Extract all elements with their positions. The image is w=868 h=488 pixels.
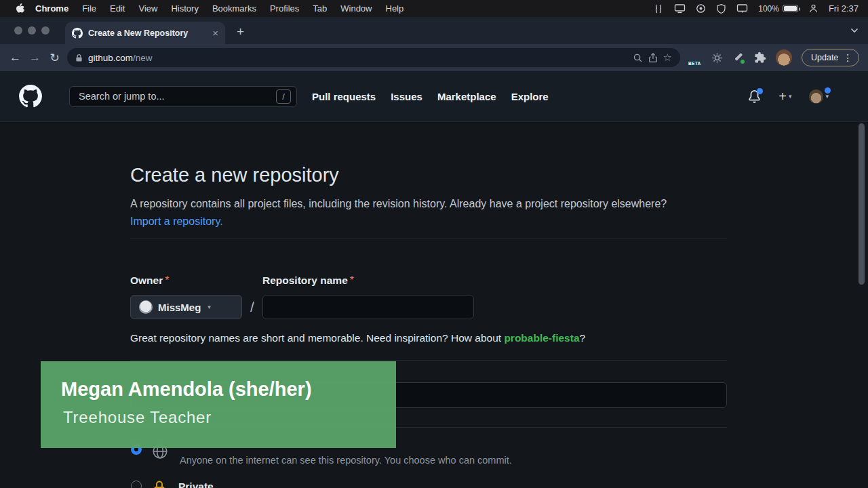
window-minimize-button[interactable]: [28, 26, 36, 35]
lock-icon: [151, 479, 167, 488]
browser-tab[interactable]: Create a New Repository ×: [65, 22, 225, 44]
owner-label: Owner: [130, 274, 163, 286]
nav-issues[interactable]: Issues: [391, 91, 422, 102]
menu-window[interactable]: Window: [334, 3, 378, 14]
github-favicon: [72, 28, 83, 39]
import-repository-link[interactable]: Import a repository.: [130, 216, 223, 227]
presenter-lower-third: Megan Amendola (she/her) Treehouse Teach…: [41, 361, 396, 448]
new-tab-button[interactable]: +: [237, 24, 244, 39]
window-zoom-button[interactable]: [41, 26, 50, 35]
required-asterisk: *: [165, 274, 169, 286]
update-label: Update: [811, 53, 838, 62]
menu-bar-status-area: 100% Fri 2:37: [653, 3, 859, 14]
zoom-icon[interactable]: [633, 53, 643, 63]
fast-user-switching-icon[interactable]: [808, 3, 818, 14]
nav-explore[interactable]: Explore: [511, 91, 549, 102]
beta-extension-icon[interactable]: BETA: [688, 51, 702, 64]
intro-sentence: A repository contains all project files,…: [130, 198, 667, 209]
unread-notifications-dot: [757, 88, 763, 94]
screen: Chrome File Edit View History Bookmarks …: [0, 0, 868, 488]
private-radio[interactable]: [131, 481, 142, 488]
github-header: / Pull requests Issues Marketplace Explo…: [0, 71, 868, 122]
github-nav: Pull requests Issues Marketplace Explore: [312, 91, 549, 102]
owner-select-button[interactable]: MissMeg ▾: [130, 295, 242, 319]
repository-name-label: Repository name: [262, 274, 348, 286]
extensions-puzzle-icon[interactable]: [754, 52, 766, 64]
extensions-row: BETA: [688, 49, 792, 66]
menu-help[interactable]: Help: [379, 3, 411, 14]
apple-menu-icon[interactable]: [15, 3, 24, 14]
private-label: Private: [178, 481, 214, 488]
window-traffic-lights: [14, 26, 50, 35]
form-labels-row: Owner* Repository name*: [130, 274, 727, 287]
owner-repo-separator: /: [242, 299, 262, 315]
battery-percent-label: 100%: [758, 4, 779, 14]
menu-view[interactable]: View: [132, 3, 164, 14]
form-fields-row: MissMeg ▾ /: [130, 295, 727, 319]
browser-toolbar: ← → ↻ github.com/new ☆ BETA Update ⋮: [0, 44, 868, 71]
suggested-repo-name[interactable]: probable-fiesta: [504, 332, 579, 344]
browser-tab-strip: Create a New Repository × +: [0, 17, 868, 44]
nav-marketplace[interactable]: Marketplace: [437, 91, 496, 102]
battery-icon: [783, 5, 798, 12]
owner-avatar: [139, 300, 153, 314]
beta-badge: BETA: [687, 60, 702, 66]
gear-extension-icon[interactable]: [711, 52, 723, 64]
battery-status[interactable]: 100%: [758, 4, 798, 14]
menu-file[interactable]: File: [75, 3, 103, 14]
tab-close-icon[interactable]: ×: [212, 28, 218, 38]
divider: [130, 239, 727, 239]
profile-dropdown[interactable]: ▾: [809, 89, 829, 104]
menu-bookmarks[interactable]: Bookmarks: [205, 3, 263, 14]
chrome-profile-avatar[interactable]: [776, 49, 792, 66]
window-close-button[interactable]: [14, 26, 22, 35]
url-path: /new: [133, 53, 153, 63]
avatar-status-dot: [825, 87, 831, 94]
pen-extension-icon[interactable]: [732, 52, 745, 64]
bookmark-star-icon[interactable]: ☆: [663, 52, 672, 64]
menu-bar-clock[interactable]: Fri 2:37: [829, 3, 859, 14]
menu-profiles[interactable]: Profiles: [263, 3, 306, 14]
window-snap-icon[interactable]: [653, 3, 664, 14]
chevron-down-icon: ▾: [825, 93, 829, 100]
forward-button[interactable]: →: [25, 51, 45, 64]
chevron-down-icon: ▾: [789, 93, 792, 100]
github-search-input[interactable]: [79, 91, 276, 102]
github-search-box[interactable]: /: [69, 86, 297, 107]
record-circle-icon[interactable]: [696, 3, 706, 14]
tab-title: Create a New Repository: [88, 28, 207, 38]
create-new-dropdown[interactable]: + ▾: [778, 89, 791, 103]
menu-tab[interactable]: Tab: [306, 3, 334, 14]
menu-edit[interactable]: Edit: [103, 3, 132, 14]
hint-text: Great repository names are short and mem…: [130, 332, 504, 344]
url-text: github.com/new: [88, 53, 627, 63]
url-host: github.com: [88, 53, 133, 63]
repo-name-hint: Great repository names are short and mem…: [130, 331, 727, 345]
repository-name-input[interactable]: [262, 295, 474, 319]
github-logo[interactable]: [19, 85, 42, 108]
plus-icon: +: [778, 89, 787, 103]
site-security-lock-icon[interactable]: [75, 54, 83, 62]
public-description: Anyone on the internet can see this repo…: [180, 455, 512, 466]
address-bar[interactable]: github.com/new ☆: [67, 48, 680, 67]
display-icon[interactable]: [736, 3, 748, 14]
visibility-option-private[interactable]: Private: [130, 476, 727, 488]
menu-chrome[interactable]: Chrome: [28, 3, 75, 14]
required-asterisk: *: [350, 274, 354, 286]
nav-pull-requests[interactable]: Pull requests: [312, 91, 376, 102]
hint-question-mark: ?: [580, 332, 586, 344]
tab-search-chevron-icon[interactable]: [850, 28, 859, 33]
back-button[interactable]: ←: [5, 51, 25, 64]
notifications-bell-icon[interactable]: [748, 90, 761, 103]
reload-button[interactable]: ↻: [45, 51, 64, 65]
menu-history[interactable]: History: [164, 3, 205, 14]
chrome-update-button[interactable]: Update ⋮: [802, 49, 859, 66]
shield-icon[interactable]: [716, 3, 726, 14]
chevron-down-icon: ▾: [208, 304, 211, 310]
screen-mirroring-icon[interactable]: [674, 3, 686, 14]
chrome-menu-kebab-icon[interactable]: ⋮: [843, 52, 852, 63]
github-header-actions: + ▾ ▾: [748, 89, 829, 104]
github-avatar: [809, 89, 823, 104]
share-icon[interactable]: [648, 52, 658, 63]
page-scrollbar-thumb[interactable]: [859, 123, 865, 285]
